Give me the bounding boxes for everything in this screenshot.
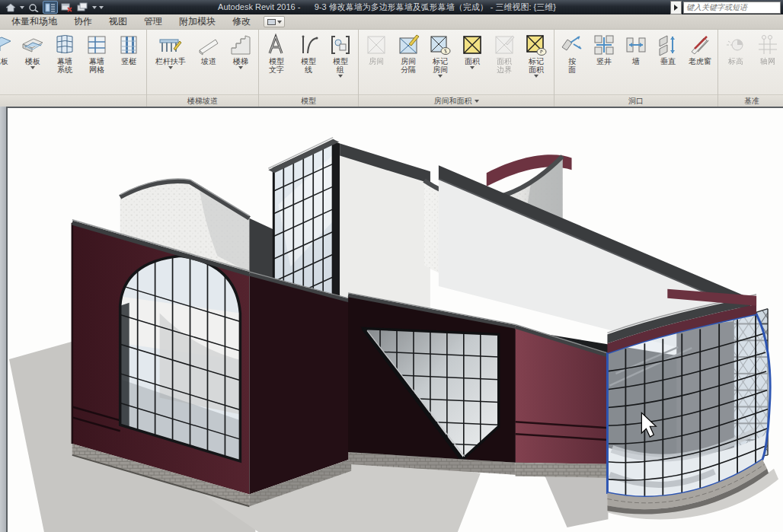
infocenter: [670, 1, 781, 14]
ribbon-tab-row: 体量和场地 协作 视图 管理 附加模块 修改: [0, 14, 783, 30]
room-icon: [365, 32, 388, 57]
dropdown-arrow-icon: [338, 75, 343, 78]
wall-opening-icon: [625, 32, 647, 57]
grid-icon: [756, 32, 779, 57]
type-properties-icon[interactable]: [43, 1, 58, 14]
revit-window: Autodesk Revit 2016 - 9-3 修改幕墙为多边形幕墙及弧形幕…: [0, 0, 783, 532]
curtain-grid-button[interactable]: 幕墙 网格: [81, 31, 113, 74]
switch-windows-icon[interactable]: [76, 2, 90, 13]
dropdown-arrow-icon: [168, 66, 173, 69]
level-icon: [724, 32, 747, 57]
tab-view[interactable]: 视图: [101, 14, 136, 29]
panel-datum: 标高 轴网 基准: [718, 30, 783, 107]
dropdown-arrow-icon: [438, 75, 443, 78]
room-separator-button[interactable]: 房间 分隔: [392, 31, 424, 74]
opening-by-face-icon: [560, 32, 584, 57]
dormer-opening-icon: [689, 32, 711, 57]
left-wing-side-wall: [249, 272, 351, 506]
tag-room-icon: [429, 32, 452, 57]
drawing-area[interactable]: [6, 107, 783, 532]
shaft-opening-button[interactable]: 竖井: [588, 31, 620, 65]
mullion-icon: [117, 32, 140, 57]
model-group-button[interactable]: 模型 组: [324, 31, 356, 78]
panel-stairs-ramp: 栏杆扶手 坡道 楼梯 楼梯坡道: [147, 30, 259, 107]
model-text-button[interactable]: 模型 文字: [260, 31, 292, 74]
railing-icon: [158, 32, 183, 57]
tag-area-button[interactable]: 标记 面积: [520, 31, 552, 78]
tab-massing-site[interactable]: 体量和场地: [3, 14, 66, 29]
close-hidden-windows-icon[interactable]: [60, 2, 74, 13]
3d-view[interactable]: [8, 108, 783, 532]
dropdown-arrow-icon: [238, 66, 243, 69]
ramp-button[interactable]: 坡道: [193, 31, 225, 65]
grid-button: 轴网: [752, 31, 783, 65]
infocenter-expand-icon[interactable]: [670, 1, 682, 14]
area-icon: [461, 32, 484, 57]
model-line-icon: [297, 32, 320, 57]
floor-icon: [21, 32, 44, 57]
shaft-opening-icon: [593, 32, 615, 57]
home-3d-icon[interactable]: [4, 2, 18, 13]
railing-button[interactable]: 栏杆扶手: [149, 31, 193, 69]
curved-curtain-wall-selected[interactable]: [607, 295, 770, 514]
panel-label-model: 模型: [259, 94, 358, 107]
home-dropdown-icon[interactable]: [20, 6, 24, 9]
area-boundary-icon: [493, 32, 516, 57]
window-title: Autodesk Revit 2016 - 9-3 修改幕墙为多边形幕墙及弧形幕…: [104, 2, 670, 13]
mullion-button[interactable]: 竖梃: [113, 31, 145, 65]
vertical-opening-button[interactable]: 垂直: [652, 31, 684, 65]
level-button: 标高: [720, 31, 752, 65]
curtain-system-button[interactable]: 幕墙 系统: [49, 31, 81, 74]
tab-manage[interactable]: 管理: [136, 14, 171, 29]
arched-curtain-wall[interactable]: [120, 256, 241, 461]
panel-label-opening: 洞口: [554, 94, 717, 107]
panel-label-datum: 基准: [718, 94, 783, 107]
room-separator-icon: [397, 32, 420, 57]
dropdown-arrow-icon: [534, 75, 539, 78]
ceiling-button[interactable]: 花板: [0, 31, 17, 65]
ribbon: 花板 楼板 幕墙 系统 幕墙 网格: [0, 30, 783, 107]
tab-collaborate[interactable]: 协作: [66, 14, 101, 29]
room-button: 房间: [360, 31, 392, 65]
panel-label-room-area[interactable]: 房间和面积: [359, 94, 554, 107]
model-group-icon: [329, 32, 352, 57]
left-palette-edge[interactable]: [0, 107, 6, 532]
title-bar: Autodesk Revit 2016 - 9-3 修改幕墙为多边形幕墙及弧形幕…: [0, 0, 783, 14]
vertical-opening-icon: [657, 32, 679, 57]
wall-opening-button[interactable]: 墙: [620, 31, 652, 65]
panel-label-build: [0, 94, 146, 107]
ramp-icon: [197, 32, 220, 57]
floor-button[interactable]: 楼板: [17, 31, 49, 69]
model-text-icon: [265, 32, 288, 57]
panel-model: 模型 文字 模型 线 模型 组 模型: [259, 30, 359, 107]
quick-access-toolbar: [0, 0, 104, 14]
tab-addins[interactable]: 附加模块: [171, 14, 224, 29]
panel-opening: 按 面 竖井 墙 垂直 老虎窗: [554, 30, 718, 107]
tag-room-button[interactable]: 标记 房间: [424, 31, 456, 78]
ceiling-icon: [0, 32, 12, 57]
polygonal-curtain-wall[interactable]: [348, 293, 516, 475]
stair-icon: [229, 32, 252, 57]
curtain-system-icon: [53, 32, 76, 57]
search-box: [683, 2, 781, 14]
model-line-button[interactable]: 模型 线: [292, 31, 324, 74]
panel-label-stairs-ramp: 楼梯坡道: [147, 94, 258, 107]
tab-modify[interactable]: 修改: [224, 14, 259, 29]
panel-build: 花板 楼板 幕墙 系统 幕墙 网格: [0, 30, 147, 107]
area-button[interactable]: 面积: [456, 31, 488, 69]
building-model[interactable]: [72, 138, 770, 514]
curtain-grid-icon: [85, 32, 108, 57]
opening-by-face-button[interactable]: 按 面: [556, 31, 588, 74]
orbit-icon[interactable]: [27, 2, 40, 13]
stair-button[interactable]: 楼梯: [225, 31, 257, 69]
panel-dropdown-icon: [475, 100, 479, 103]
tag-area-icon: [525, 32, 548, 57]
panel-room-area: 房间 房间 分隔 标记 房间 面积: [359, 30, 554, 107]
dropdown-arrow-icon: [470, 66, 475, 69]
search-input[interactable]: [683, 2, 781, 14]
ribbon-state-toggle[interactable]: [264, 16, 285, 27]
dormer-opening-button[interactable]: 老虎窗: [684, 31, 716, 65]
ribbon-state-icon: [267, 19, 276, 25]
switch-windows-dropdown-icon[interactable]: [92, 6, 97, 9]
dropdown-arrow-icon: [30, 66, 35, 69]
